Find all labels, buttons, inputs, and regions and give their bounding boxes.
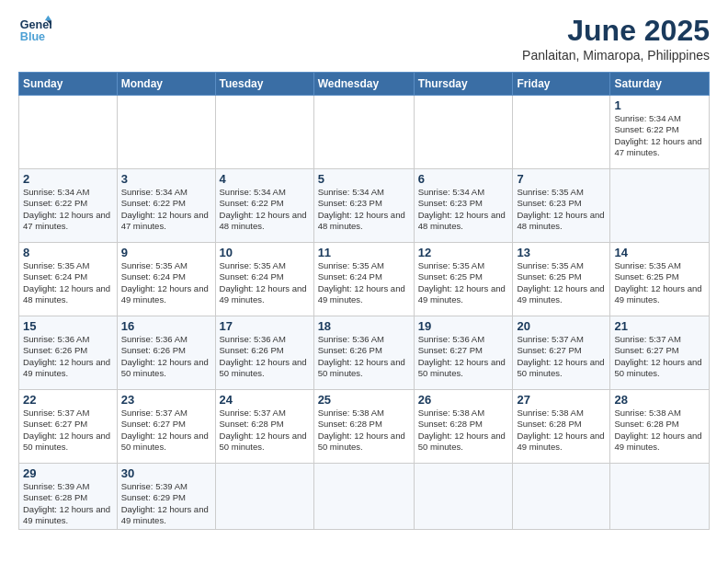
calendar-day: 23Sunrise: 5:37 AMSunset: 6:27 PMDayligh… <box>117 390 215 464</box>
calendar-week-row: 15Sunrise: 5:36 AMSunset: 6:26 PMDayligh… <box>19 316 710 390</box>
calendar-day: 4Sunrise: 5:34 AMSunset: 6:22 PMDaylight… <box>215 169 313 243</box>
calendar-day: 22Sunrise: 5:37 AMSunset: 6:27 PMDayligh… <box>19 390 118 464</box>
empty-cell <box>215 96 313 169</box>
empty-cell <box>215 464 313 530</box>
calendar-table: Sunday Monday Tuesday Wednesday Thursday… <box>18 72 710 530</box>
calendar-day: 30Sunrise: 5:39 AMSunset: 6:29 PMDayligh… <box>117 464 215 530</box>
header-wednesday: Wednesday <box>313 73 414 96</box>
empty-cell <box>117 96 215 169</box>
weekday-header-row: Sunday Monday Tuesday Wednesday Thursday… <box>19 73 710 96</box>
title-block: June 2025 Panlaitan, Mimaropa, Philippin… <box>522 14 710 63</box>
calendar-day: 6Sunrise: 5:34 AMSunset: 6:23 PMDaylight… <box>414 169 513 243</box>
header-tuesday: Tuesday <box>215 73 313 96</box>
header-thursday: Thursday <box>414 73 513 96</box>
empty-cell <box>313 96 414 169</box>
header: General Blue June 2025 Panlaitan, Mimaro… <box>18 14 710 63</box>
calendar-day: 9Sunrise: 5:35 AMSunset: 6:24 PMDaylight… <box>117 243 215 316</box>
calendar-day: 13Sunrise: 5:35 AMSunset: 6:25 PMDayligh… <box>513 243 610 316</box>
logo: General Blue <box>18 14 51 47</box>
calendar-day: 5Sunrise: 5:34 AMSunset: 6:23 PMDaylight… <box>313 169 414 243</box>
calendar-week-row: 22Sunrise: 5:37 AMSunset: 6:27 PMDayligh… <box>19 390 710 464</box>
calendar-week-row: 29Sunrise: 5:39 AMSunset: 6:28 PMDayligh… <box>19 464 710 530</box>
empty-cell <box>414 464 513 530</box>
calendar-day: 8Sunrise: 5:35 AMSunset: 6:24 PMDaylight… <box>19 243 118 316</box>
location-title: Panlaitan, Mimaropa, Philippines <box>522 48 710 63</box>
calendar-day: 25Sunrise: 5:38 AMSunset: 6:28 PMDayligh… <box>313 390 414 464</box>
empty-cell <box>610 464 710 530</box>
calendar-day: 21Sunrise: 5:37 AMSunset: 6:27 PMDayligh… <box>610 316 710 390</box>
calendar-day: 15Sunrise: 5:36 AMSunset: 6:26 PMDayligh… <box>19 316 118 390</box>
calendar-day: 14Sunrise: 5:35 AMSunset: 6:25 PMDayligh… <box>610 243 710 316</box>
empty-cell <box>414 96 513 169</box>
empty-cell <box>513 96 610 169</box>
calendar-day: 17Sunrise: 5:36 AMSunset: 6:26 PMDayligh… <box>215 316 313 390</box>
calendar-day: 11Sunrise: 5:35 AMSunset: 6:24 PMDayligh… <box>313 243 414 316</box>
calendar-day: 3Sunrise: 5:34 AMSunset: 6:22 PMDaylight… <box>117 169 215 243</box>
calendar-day: 18Sunrise: 5:36 AMSunset: 6:26 PMDayligh… <box>313 316 414 390</box>
calendar-day: 20Sunrise: 5:37 AMSunset: 6:27 PMDayligh… <box>513 316 610 390</box>
calendar-day: 1Sunrise: 5:34 AMSunset: 6:22 PMDaylight… <box>610 96 710 169</box>
calendar-day: 28Sunrise: 5:38 AMSunset: 6:28 PMDayligh… <box>610 390 710 464</box>
calendar-day: 24Sunrise: 5:37 AMSunset: 6:28 PMDayligh… <box>215 390 313 464</box>
calendar-day: 7Sunrise: 5:35 AMSunset: 6:23 PMDaylight… <box>513 169 610 243</box>
calendar-day: 26Sunrise: 5:38 AMSunset: 6:28 PMDayligh… <box>414 390 513 464</box>
calendar-week-row: 8Sunrise: 5:35 AMSunset: 6:24 PMDaylight… <box>19 243 710 316</box>
month-title: June 2025 <box>522 14 710 48</box>
calendar-day: 27Sunrise: 5:38 AMSunset: 6:28 PMDayligh… <box>513 390 610 464</box>
empty-cell <box>610 169 710 243</box>
calendar-week-row: 2Sunrise: 5:34 AMSunset: 6:22 PMDaylight… <box>19 169 710 243</box>
calendar-day: 2Sunrise: 5:34 AMSunset: 6:22 PMDaylight… <box>19 169 118 243</box>
empty-cell <box>513 464 610 530</box>
empty-cell <box>19 96 118 169</box>
calendar-week-row: 1Sunrise: 5:34 AMSunset: 6:22 PMDaylight… <box>19 96 710 169</box>
header-friday: Friday <box>513 73 610 96</box>
logo-icon: General Blue <box>18 14 51 47</box>
header-monday: Monday <box>117 73 215 96</box>
empty-cell <box>313 464 414 530</box>
calendar-day: 16Sunrise: 5:36 AMSunset: 6:26 PMDayligh… <box>117 316 215 390</box>
svg-text:Blue: Blue <box>20 30 45 43</box>
calendar-day: 12Sunrise: 5:35 AMSunset: 6:25 PMDayligh… <box>414 243 513 316</box>
header-sunday: Sunday <box>19 73 118 96</box>
calendar-page: General Blue June 2025 Panlaitan, Mimaro… <box>0 0 728 563</box>
calendar-day: 19Sunrise: 5:36 AMSunset: 6:27 PMDayligh… <box>414 316 513 390</box>
header-saturday: Saturday <box>610 73 710 96</box>
calendar-day: 29Sunrise: 5:39 AMSunset: 6:28 PMDayligh… <box>19 464 118 530</box>
calendar-day: 10Sunrise: 5:35 AMSunset: 6:24 PMDayligh… <box>215 243 313 316</box>
